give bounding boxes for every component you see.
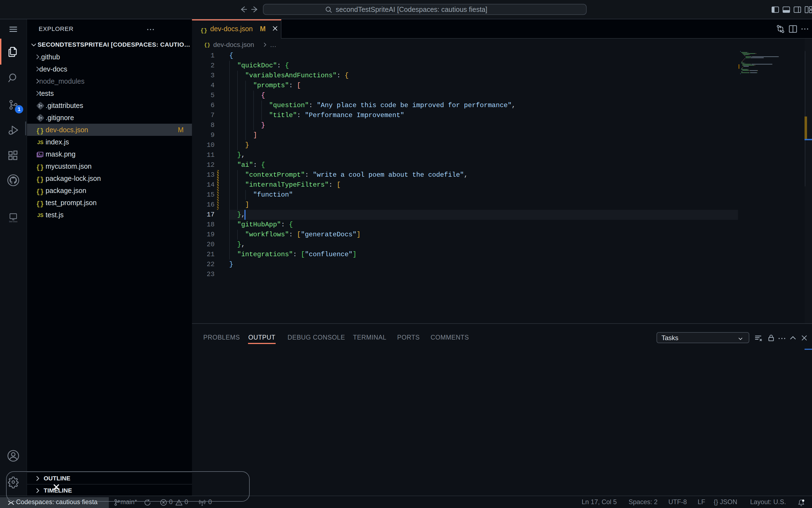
svg-text:JS: JS bbox=[37, 139, 44, 145]
svg-text:Dev-Docs: Dev-Docs bbox=[9, 221, 17, 222]
svg-text:{}: {} bbox=[201, 28, 207, 34]
svg-text:JS: JS bbox=[37, 212, 44, 218]
